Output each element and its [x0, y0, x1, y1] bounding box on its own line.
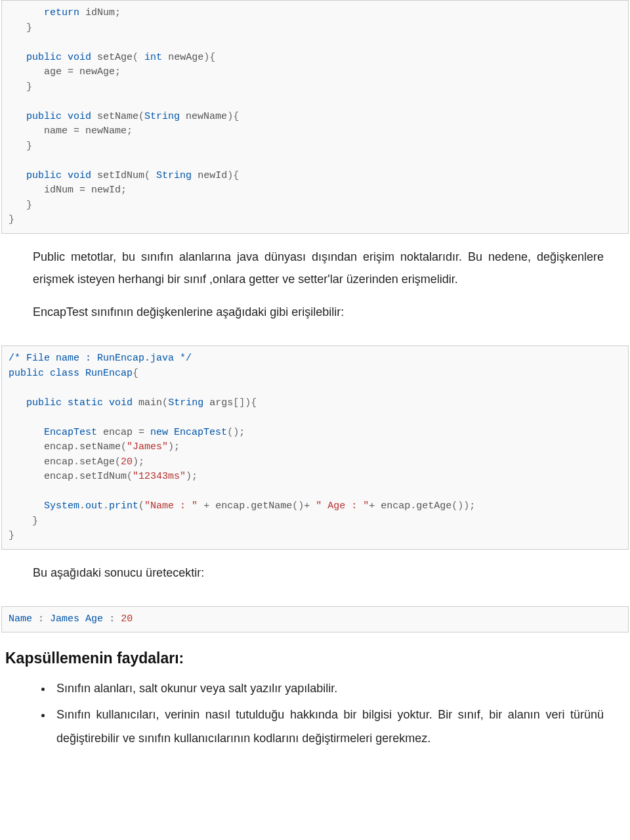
- paragraph-section-1: Public metotlar, bu sınıfın alanlarına j…: [0, 234, 630, 346]
- code-line: /* File name : RunEncap.java */: [9, 353, 192, 364]
- code-line: public static void main(String args[]){: [9, 397, 257, 409]
- code-line: }: [9, 214, 14, 225]
- code-block-1: return idNum; } public void setAge( int …: [1, 0, 629, 234]
- code-block-2: /* File name : RunEncap.java */ public c…: [1, 345, 629, 550]
- code-line: name = newName;: [9, 125, 133, 137]
- code-block-3: Name : James Age : 20: [1, 606, 629, 633]
- code-line: System.out.print("Name : " + encap.getNa…: [9, 500, 475, 512]
- code-line: return idNum;: [9, 7, 121, 18]
- paragraph-section-2: Bu aşağıdaki sonucu üretecektir:: [0, 550, 630, 606]
- code-line: }: [9, 530, 14, 541]
- code-line: public void setIdNum( String newId){: [9, 170, 239, 181]
- code-line: age = newAge;: [9, 66, 121, 77]
- code-line: EncapTest encap = new EncapTest();: [9, 427, 245, 438]
- code-line: }: [9, 141, 32, 152]
- paragraph-1: Public metotlar, bu sınıfın alanlarına j…: [33, 246, 604, 290]
- list-item: Sınıfın kullanıcıları, verinin nasıl tut…: [52, 703, 604, 750]
- output-line: Name : James Age : 20: [9, 613, 133, 625]
- section-heading: Kapsüllemenin faydaları:: [0, 647, 630, 676]
- paragraph-2: EncapTest sınıfının değişkenlerine aşağı…: [33, 301, 604, 323]
- code-line: encap.setAge(20);: [9, 456, 144, 468]
- code-line: }: [9, 200, 32, 211]
- paragraph-3: Bu aşağıdaki sonucu üretecektir:: [33, 562, 604, 584]
- code-line: }: [9, 22, 32, 33]
- code-line: encap.setName("James");: [9, 441, 180, 453]
- benefits-list: Sınıfın alanları, salt okunur veya salt …: [0, 676, 630, 750]
- code-line: public void setName(String newName){: [9, 111, 239, 122]
- code-line: }: [9, 516, 38, 527]
- code-line: public class RunEncap{: [9, 368, 138, 379]
- code-line: encap.setIdNum("12343ms");: [9, 471, 198, 482]
- code-line: public void setAge( int newAge){: [9, 52, 215, 63]
- code-line: idNum = newId;: [9, 185, 127, 196]
- code-line: }: [9, 81, 32, 93]
- list-item: Sınıfın alanları, salt okunur veya salt …: [52, 676, 604, 700]
